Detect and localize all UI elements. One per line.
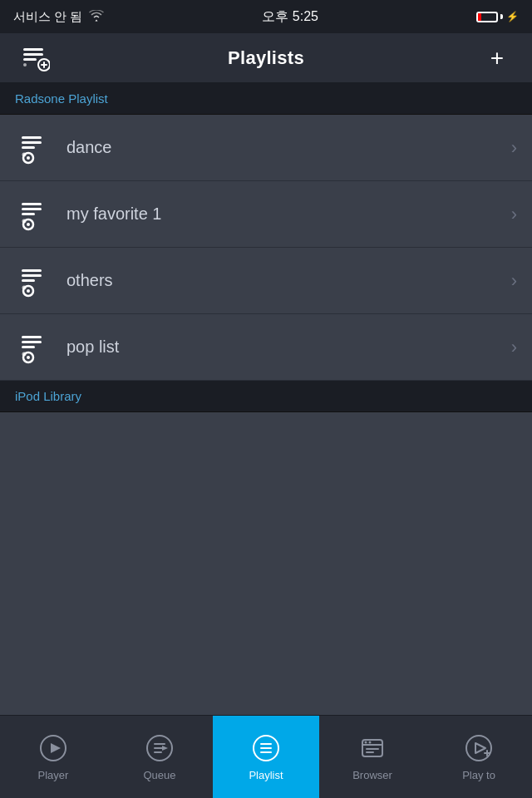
queue-icon [144,732,175,764]
playto-tab-label: Play to [462,769,495,781]
add-playlist-button[interactable]: + [479,40,515,76]
player-tab-label: Player [38,769,69,781]
chevron-right-icon: › [511,337,517,358]
playlist-item-name: others [66,271,511,290]
svg-rect-19 [22,279,35,282]
ipod-section-header: iPod Library [0,381,532,412]
svg-point-28 [22,352,27,356]
status-bar: 서비스 안 됨 오후 5:25 ⚡ [0,0,532,33]
svg-rect-18 [22,274,42,277]
playlist-item-name: dance [66,138,511,157]
status-battery-area: ⚡ [476,11,519,22]
playlist-item-name: pop list [66,337,511,357]
playlist-item-icon [15,261,55,301]
playto-icon [463,732,495,764]
svg-point-46 [466,736,491,761]
page-title: Playlists [228,47,304,69]
svg-rect-13 [22,213,35,215]
svg-point-15 [27,223,30,226]
svg-point-42 [365,741,367,744]
carrier-label: 서비스 안 됨 [13,9,82,25]
svg-rect-24 [22,341,42,343]
playlist-item-dance[interactable]: dance › [0,115,532,181]
charging-icon: ⚡ [506,11,519,22]
playlist-tab-icon [250,732,282,764]
tab-player[interactable]: Player [0,716,106,798]
battery-indicator [476,12,503,22]
tab-playto[interactable]: Play to [426,716,532,798]
svg-rect-12 [22,208,42,210]
svg-point-22 [22,285,27,289]
playlist-item-icon [15,328,55,367]
chevron-right-icon: › [511,270,517,292]
playlist-item-pop-list[interactable]: pop list › [0,314,532,381]
edit-button[interactable] [17,40,53,76]
svg-rect-5 [22,136,42,139]
svg-rect-0 [23,48,43,51]
svg-point-9 [27,156,30,160]
svg-point-4 [23,63,27,66]
svg-point-27 [27,356,30,359]
playlist-item-icon [15,195,55,234]
browser-icon [357,732,388,764]
svg-rect-44 [366,748,379,750]
svg-point-43 [369,741,372,744]
svg-point-10 [22,152,27,156]
svg-rect-25 [22,346,35,348]
playlist-item-others[interactable]: others › [0,248,532,314]
chevron-right-icon: › [511,137,517,159]
playlist-item-name: my favorite 1 [66,204,511,224]
svg-rect-17 [22,269,42,272]
radsone-section-header: Radsone Playlist [0,83,532,115]
chevron-right-icon: › [511,204,517,225]
status-time: 오후 5:25 [262,8,318,26]
player-icon [37,732,69,764]
svg-marker-47 [475,743,485,753]
tab-bar: Player Queue Playlist [0,715,532,798]
svg-rect-6 [22,141,42,144]
queue-tab-label: Queue [143,769,175,781]
svg-rect-2 [23,58,37,61]
svg-rect-7 [22,146,35,149]
svg-rect-1 [23,53,43,56]
tab-playlist[interactable]: Playlist [213,716,319,798]
svg-point-21 [27,289,30,293]
playlist-item-icon [15,128,55,168]
browser-tab-label: Browser [352,769,392,781]
tab-queue[interactable]: Queue [106,716,213,798]
nav-bar: Playlists + [0,33,532,83]
svg-rect-11 [22,203,42,205]
wifi-icon [89,10,104,24]
playlist-tab-label: Playlist [249,769,283,781]
svg-rect-23 [22,336,42,338]
svg-rect-45 [366,751,374,753]
status-carrier-area: 서비스 안 됨 [13,9,104,25]
tab-browser[interactable]: Browser [319,716,426,798]
svg-point-16 [22,219,27,223]
svg-marker-35 [162,746,168,751]
main-content: Radsone Playlist dance › [0,83,532,715]
playlist-item-my-favorite-1[interactable]: my favorite 1 › [0,181,532,248]
svg-marker-30 [51,743,61,753]
